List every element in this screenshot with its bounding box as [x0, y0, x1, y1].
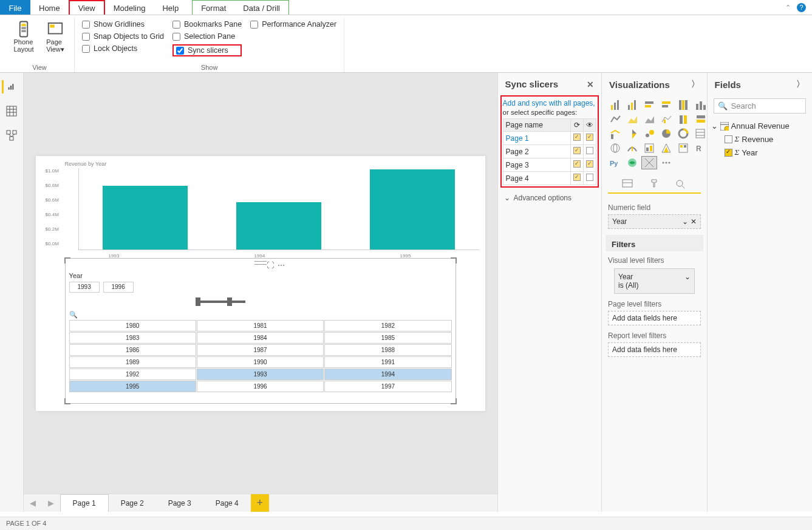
- add-page-button[interactable]: +: [251, 494, 269, 512]
- checkbox-icon[interactable]: [725, 149, 732, 157]
- sync-checkbox[interactable]: [573, 160, 581, 168]
- help-icon[interactable]: ?: [797, 3, 806, 12]
- field-revenue[interactable]: Σ Revenue: [711, 132, 808, 146]
- page-tab-4[interactable]: Page 4: [203, 494, 251, 512]
- year-cell[interactable]: 1997: [324, 381, 451, 392]
- bar[interactable]: [236, 202, 321, 250]
- viz-type-icon[interactable]: [659, 142, 674, 154]
- close-sync-panel-button[interactable]: ✕: [587, 80, 594, 89]
- phone-layout-button[interactable]: PhoneLayout: [9, 18, 39, 53]
- data-view-icon[interactable]: [5, 104, 18, 118]
- year-cell[interactable]: 1986: [69, 344, 196, 356]
- viz-type-icon[interactable]: [625, 113, 640, 125]
- check-snap-to-grid[interactable]: Snap Objects to Grid: [82, 32, 164, 41]
- visible-checkbox[interactable]: [586, 160, 593, 168]
- sync-checkbox[interactable]: [573, 134, 581, 141]
- visible-checkbox[interactable]: [586, 174, 593, 181]
- viz-type-icon[interactable]: [659, 127, 674, 140]
- numeric-field-well[interactable]: Year⌄ ✕: [608, 214, 700, 229]
- viz-type-icon[interactable]: [642, 98, 657, 110]
- viz-type-icon[interactable]: [676, 113, 691, 125]
- viz-type-icon[interactable]: [642, 113, 657, 125]
- viz-type-icon[interactable]: [608, 98, 623, 110]
- viz-type-icon[interactable]: [659, 98, 674, 110]
- viz-type-icon[interactable]: [642, 157, 657, 169]
- table-annual-revenue[interactable]: ⌄ Annual Revenue: [711, 120, 808, 132]
- viz-type-icon[interactable]: [693, 127, 706, 140]
- field-year[interactable]: Σ Year: [711, 146, 808, 159]
- year-cell[interactable]: 1994: [324, 369, 451, 380]
- viz-type-icon[interactable]: [676, 98, 691, 110]
- page-tab-1[interactable]: Page 1: [60, 494, 109, 512]
- fields-search-input[interactable]: 🔍 Search: [714, 98, 806, 114]
- viz-type-icon[interactable]: [608, 142, 623, 154]
- model-view-icon[interactable]: [5, 129, 18, 142]
- viz-type-icon[interactable]: [625, 157, 640, 169]
- check-lock-objects[interactable]: Lock Objects: [82, 44, 164, 53]
- year-cell[interactable]: 1993: [197, 369, 324, 380]
- viz-type-icon[interactable]: [676, 127, 691, 140]
- report-page[interactable]: Revenue by Year $1.0M $0.8M $0.6M $0.4M …: [36, 156, 485, 411]
- sync-page-name[interactable]: Page 2: [503, 145, 571, 158]
- visible-checkbox[interactable]: [586, 147, 593, 154]
- check-sync-slicers[interactable]: Sync slicers: [172, 44, 242, 56]
- check-show-gridlines[interactable]: Show Gridlines: [82, 20, 164, 29]
- sync-checkbox[interactable]: [573, 147, 581, 154]
- tab-help[interactable]: Help: [154, 0, 187, 15]
- year-cell[interactable]: 1990: [197, 356, 324, 368]
- tab-format[interactable]: Format: [193, 1, 234, 15]
- collapse-fields-panel-button[interactable]: 〉: [796, 79, 805, 90]
- viz-type-icon[interactable]: [608, 127, 623, 140]
- slider-handle-left[interactable]: [196, 297, 200, 306]
- viz-type-icon[interactable]: Py: [608, 157, 623, 169]
- drag-handle-icon[interactable]: [254, 261, 267, 265]
- viz-type-icon[interactable]: R: [693, 142, 706, 154]
- focus-mode-icon[interactable]: ⛶: [267, 261, 274, 270]
- slicer-range-slider[interactable]: [69, 296, 452, 307]
- report-view-icon[interactable]: [2, 80, 15, 93]
- page-prev-button[interactable]: ◀: [24, 494, 42, 512]
- tab-modeling[interactable]: Modeling: [105, 0, 154, 15]
- viz-type-icon[interactable]: [642, 127, 657, 140]
- visible-checkbox[interactable]: [586, 134, 593, 141]
- page-tab-2[interactable]: Page 2: [109, 494, 156, 512]
- viz-type-icon[interactable]: [659, 113, 674, 125]
- tab-home[interactable]: Home: [30, 0, 69, 15]
- collapse-ribbon-icon[interactable]: ⌃: [785, 4, 791, 12]
- slicer-visual[interactable]: ⛶⋯ Year 1993 1996 🔍 19801981198219831984…: [65, 258, 456, 404]
- year-cell[interactable]: 1987: [197, 344, 324, 356]
- check-performance-analyzer[interactable]: Performance Analyzer: [250, 20, 336, 29]
- viz-type-icon[interactable]: [625, 142, 640, 154]
- format-tab-icon[interactable]: [648, 178, 660, 190]
- more-options-icon[interactable]: ⋯: [278, 261, 285, 270]
- tab-file[interactable]: File: [0, 0, 30, 15]
- check-selection-pane[interactable]: Selection Pane: [172, 32, 242, 41]
- sync-all-pages-link[interactable]: Add and sync with all pages,: [503, 98, 597, 109]
- bar[interactable]: [370, 169, 455, 249]
- slicer-from-input[interactable]: 1993: [69, 282, 100, 293]
- check-bookmarks-pane[interactable]: Bookmarks Pane: [172, 20, 242, 29]
- tab-view[interactable]: View: [69, 0, 105, 15]
- collapse-viz-panel-button[interactable]: 〉: [691, 79, 700, 90]
- viz-type-icon[interactable]: [693, 113, 706, 125]
- sync-page-name[interactable]: Page 4: [503, 172, 571, 185]
- tab-data-drill[interactable]: Data / Drill: [234, 1, 288, 15]
- page-next-button[interactable]: ▶: [42, 494, 60, 512]
- year-cell[interactable]: 1984: [197, 332, 324, 344]
- year-cell[interactable]: 1980: [69, 320, 196, 331]
- year-cell[interactable]: 1983: [69, 332, 196, 344]
- slicer-search[interactable]: 🔍: [66, 310, 455, 320]
- viz-type-icon[interactable]: [693, 98, 706, 110]
- viz-type-icon[interactable]: [659, 157, 674, 169]
- year-cell[interactable]: 1991: [324, 356, 451, 368]
- slider-handle-right[interactable]: [227, 297, 232, 306]
- viz-type-icon[interactable]: [642, 142, 657, 154]
- viz-type-icon[interactable]: [625, 98, 640, 110]
- year-cell[interactable]: 1995: [69, 381, 196, 392]
- advanced-options-toggle[interactable]: ⌄ Advanced options: [498, 188, 602, 208]
- bar-chart[interactable]: Revenue by Year $1.0M $0.8M $0.6M $0.4M …: [36, 156, 485, 262]
- viz-type-icon[interactable]: [625, 127, 640, 140]
- year-cell[interactable]: 1988: [324, 344, 451, 356]
- bar[interactable]: [103, 186, 188, 250]
- year-cell[interactable]: 1996: [197, 381, 324, 392]
